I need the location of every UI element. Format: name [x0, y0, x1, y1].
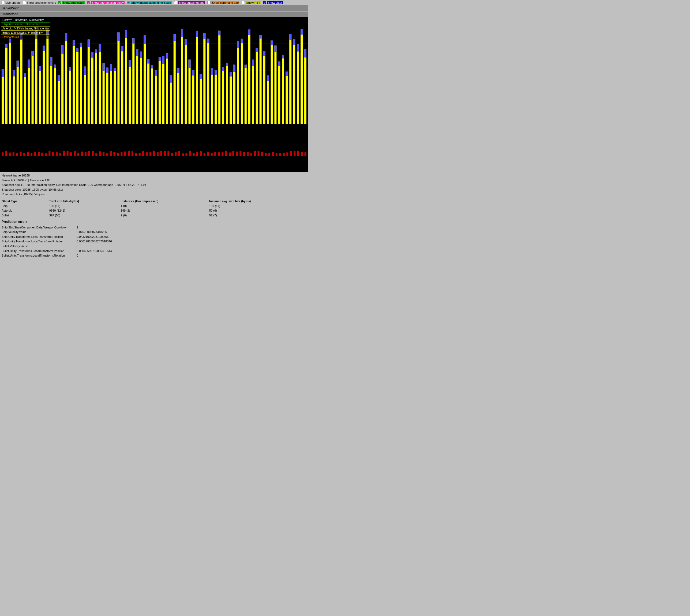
svg-rect-103	[189, 60, 191, 124]
svg-rect-49	[88, 40, 90, 124]
svg-rect-146	[267, 75, 269, 81]
svg-rect-36	[61, 45, 64, 54]
show-time-scale-label[interactable]: Show time scale	[58, 1, 85, 4]
live-update-checkbox[interactable]	[2, 1, 5, 4]
svg-rect-152	[278, 62, 280, 66]
svg-rect-205	[139, 153, 141, 156]
svg-rect-45	[80, 43, 82, 124]
server-tick: Server tick 10299 (1) Time scale 1.00	[2, 178, 306, 183]
lower-chart[interactable]: (function() { const svg = document.curre…	[0, 124, 308, 172]
ghost-cell-1-1: 9930 (1241)	[49, 208, 121, 213]
svg-rect-177	[38, 152, 40, 156]
svg-rect-55	[99, 44, 101, 124]
show-command-age-checkbox[interactable]	[207, 1, 211, 4]
show-jitter-label[interactable]: Show Jitter	[263, 1, 283, 4]
svg-rect-61	[110, 64, 112, 124]
svg-rect-23	[39, 66, 41, 124]
svg-rect-199	[117, 153, 119, 156]
show-interpolation-time-scale-label[interactable]: Show Interpolation Time Scale	[127, 1, 172, 4]
svg-rect-6	[5, 44, 7, 48]
svg-rect-79	[144, 36, 146, 124]
ghost-col-header-2: Instances (Uncompressed)	[121, 199, 209, 204]
show-snapshot-age-checkbox[interactable]	[174, 1, 177, 4]
show-interpolation-time-scale-checkbox[interactable]	[127, 1, 130, 4]
svg-rect-231	[232, 151, 234, 156]
svg-rect-11	[17, 61, 19, 124]
upper-chart[interactable]: Destroy: 1 bits/frame, 13 bits/entity Sh…	[0, 17, 308, 124]
svg-rect-182	[56, 152, 58, 156]
svg-rect-168	[5, 151, 7, 156]
svg-rect-98	[177, 68, 179, 73]
show-interpolation-delay-label[interactable]: Show interpolation delay	[87, 1, 125, 4]
show-prediction-errors-checkbox[interactable]	[23, 1, 26, 4]
svg-rect-176	[34, 152, 36, 156]
svg-rect-40	[69, 67, 71, 70]
show-snapshot-age-label[interactable]: Show snapshot age	[174, 1, 206, 4]
svg-rect-48	[84, 67, 86, 75]
prediction-table-container: Ship.ShipStateComponentData.WeaponCooldo…	[2, 225, 306, 258]
svg-rect-164	[301, 29, 303, 35]
svg-rect-128	[233, 65, 235, 72]
prediction-errors-section: Prediction errors Ship.ShipStateComponen…	[2, 219, 306, 258]
show-interpolation-time-scale-text: Show Interpolation Time Scale	[130, 1, 172, 4]
svg-rect-65	[117, 32, 120, 124]
live-update-label[interactable]: Live update	[2, 1, 21, 4]
svg-rect-84	[151, 65, 153, 69]
svg-rect-102	[185, 39, 187, 45]
svg-rect-71	[129, 60, 131, 124]
svg-rect-76	[136, 49, 138, 56]
svg-rect-64	[114, 68, 116, 71]
svg-rect-244	[279, 153, 281, 156]
svg-rect-15	[24, 73, 26, 124]
svg-rect-178	[41, 153, 43, 156]
svg-rect-151	[278, 62, 280, 124]
svg-rect-38	[65, 33, 67, 41]
info-panel: Network frame 10258 Server tick 10299 (1…	[0, 172, 308, 259]
show-interpolation-delay-checkbox[interactable]	[87, 1, 90, 4]
svg-rect-242	[272, 152, 274, 156]
show-jitter-checkbox[interactable]	[263, 1, 266, 4]
svg-rect-34	[58, 75, 60, 81]
prediction-row: Bullet.Unity.Transforms.LocalTransform.P…	[2, 249, 117, 254]
svg-rect-221	[196, 152, 198, 156]
svg-rect-51	[91, 52, 93, 124]
cursor-line	[142, 17, 142, 124]
ghost-data-row: Bullet397 (50)7 (0)57 (7)	[2, 213, 306, 218]
prediction-row: Ship.Velocity.Value0.07676003873348236	[2, 230, 117, 235]
show-prediction-errors-label[interactable]: Show prediction errors	[23, 1, 56, 4]
svg-rect-189	[81, 152, 83, 156]
svg-rect-194	[99, 151, 101, 156]
prediction-value-5: 0.00069590786006301644	[77, 249, 117, 254]
server-world-header: ServerWorld	[0, 6, 308, 11]
svg-rect-129	[237, 41, 239, 124]
svg-rect-126	[230, 72, 232, 76]
svg-rect-214	[171, 153, 173, 156]
show-rtt-label[interactable]: Show RTT	[242, 1, 261, 4]
client-world-header: ClientWorld	[0, 12, 308, 17]
prediction-value-4: 0	[77, 244, 117, 249]
show-command-age-label[interactable]: Show command age	[207, 1, 239, 4]
svg-rect-245	[283, 153, 285, 156]
svg-rect-122	[222, 67, 224, 71]
svg-rect-197	[110, 151, 112, 156]
svg-rect-230	[229, 153, 231, 156]
svg-rect-130	[237, 41, 239, 48]
prediction-name-3: Ship.Unity.Transforms.LocalTransform.Rot…	[2, 239, 77, 244]
legend-static-asteroid: StaticAsteroid	[1, 35, 50, 39]
show-rtt-checkbox[interactable]	[242, 1, 245, 4]
svg-rect-222	[200, 151, 202, 156]
svg-rect-224	[207, 152, 209, 156]
svg-rect-95	[174, 34, 176, 124]
svg-rect-7	[9, 38, 11, 124]
svg-rect-235	[247, 152, 249, 156]
svg-rect-192	[92, 151, 94, 156]
svg-rect-83	[151, 65, 153, 124]
show-time-scale-checkbox[interactable]	[58, 1, 61, 4]
svg-rect-109	[199, 74, 202, 124]
svg-rect-53	[95, 49, 97, 124]
svg-rect-108	[196, 31, 198, 37]
svg-rect-229	[225, 151, 227, 156]
svg-rect-82	[147, 59, 149, 64]
svg-rect-203	[131, 151, 133, 156]
legend-destroy: Destroy: 1 bits/frame, 13 bits/entity	[1, 18, 50, 22]
